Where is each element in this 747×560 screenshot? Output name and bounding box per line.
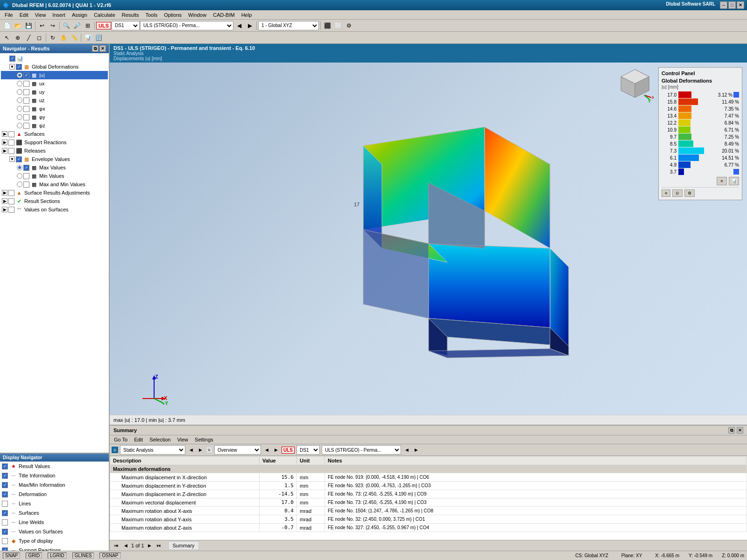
summary-goto[interactable]: Go To (113, 436, 129, 443)
nav-deformation[interactable]: ✓ ─ Deformation (0, 490, 109, 499)
nav-lines[interactable]: ─ Lines (0, 499, 109, 508)
fit-button[interactable]: ⊞ (83, 21, 93, 31)
select-button[interactable]: ↖ (2, 33, 12, 43)
line-button[interactable]: ╱ (23, 33, 34, 43)
tree-check-static[interactable]: ✓ (9, 56, 15, 62)
chk-line-welds[interactable] (2, 519, 8, 525)
values-surfaces-check[interactable] (8, 207, 14, 213)
chk-result-values[interactable]: ✓ (2, 463, 8, 469)
chk-lines[interactable] (2, 501, 8, 507)
tree-global-deformations[interactable]: ▼ ✓ ▦ Global Deformations (1, 63, 108, 71)
tree-surfaces[interactable]: ▶ ▲ Surfaces (1, 130, 108, 138)
adjustments-toggle[interactable]: ▶ (2, 190, 7, 196)
status-lgrid[interactable]: LGRID (48, 553, 67, 559)
check-uy[interactable] (23, 89, 29, 95)
view-combo[interactable]: 1 - Global XYZ (258, 21, 319, 30)
releases-check[interactable] (8, 148, 14, 154)
tree-envelope-values[interactable]: ▼ ✓ ▦ Envelope Values (1, 155, 108, 163)
status-glines[interactable]: GLINES (72, 553, 94, 559)
open-button[interactable]: 📂 (13, 21, 23, 31)
save-button[interactable]: 💾 (23, 21, 34, 31)
values-surfaces-toggle[interactable]: ▶ (2, 207, 7, 212)
chk-title[interactable]: ✓ (2, 473, 8, 479)
check-maxmin[interactable] (23, 182, 29, 188)
radio-min[interactable] (17, 173, 22, 179)
redo-button[interactable]: ↪ (48, 21, 58, 31)
surfaces-check[interactable] (8, 131, 14, 137)
rotate-button[interactable]: ↻ (48, 33, 58, 43)
tree-support-reactions[interactable]: ▶ ⬛ Support Reactions (1, 138, 108, 147)
tree-uz[interactable]: ▩ uz (1, 96, 108, 105)
menu-tools[interactable]: Tools (142, 11, 160, 19)
legend-tab-1[interactable]: ≡ (662, 189, 670, 197)
envelope-toggle[interactable]: ▼ (9, 156, 15, 162)
menu-calculate[interactable]: Calculate (91, 11, 118, 19)
nav-float-button[interactable]: ⧉ (92, 45, 99, 52)
tree-releases[interactable]: ▶ ⬛ Releases (1, 147, 108, 155)
tree-phiz[interactable]: ▩ φz (1, 121, 108, 130)
surfaces-toggle[interactable]: ▶ (2, 131, 7, 137)
radio-uz[interactable] (17, 98, 22, 103)
summary-load-next[interactable]: ▶ (412, 446, 420, 454)
tree-uy[interactable]: ▩ uy (1, 88, 108, 96)
menu-results[interactable]: Results (119, 11, 142, 19)
radio-max[interactable] (17, 165, 22, 170)
page-last-button[interactable]: ⏭ (155, 542, 163, 549)
legend-scale-btn[interactable]: 📊 (729, 177, 739, 185)
undo-button[interactable]: ↩ (37, 21, 47, 31)
nav-values-on-surfaces-disp[interactable]: ✓ ─ Values on Surfaces (0, 527, 109, 536)
tree-max-values[interactable]: ✓ ▩ Max Values (1, 163, 108, 172)
check-min[interactable] (23, 173, 29, 179)
chk-type-display[interactable] (2, 538, 8, 544)
summary-analysis-combo[interactable]: Static Analysis (120, 445, 185, 455)
check-uz[interactable] (23, 98, 29, 104)
measure-button[interactable]: 📏 (69, 33, 79, 43)
tree-surface-adjustments[interactable]: ▶ ▲ Surface Results Adjustments (1, 189, 108, 197)
releases-toggle[interactable]: ▶ (2, 148, 7, 154)
node-button[interactable]: ⊕ (13, 33, 23, 43)
summary-overview-prev[interactable]: ◀ (263, 446, 270, 454)
next-case-button[interactable]: ▶ (245, 21, 255, 31)
summary-edit[interactable]: Edit (133, 436, 144, 443)
summary-overview-combo[interactable]: Overview (214, 445, 261, 455)
close-button[interactable]: ✕ (737, 1, 744, 9)
sections-toggle[interactable]: ▶ (2, 198, 7, 204)
load-case-combo[interactable]: ULS (STR/GEO) - Perma... (140, 21, 233, 30)
nav-support-reactions-disp[interactable]: ✓ ─ Support Reactions (0, 546, 109, 551)
legend-tab-2[interactable]: ⊙ (672, 189, 683, 197)
status-osnap[interactable]: OSNAP (99, 553, 120, 559)
zoom-out-button[interactable]: 🔎 (72, 21, 82, 31)
summary-settings[interactable]: Settings (193, 436, 215, 443)
chk-support-reactions[interactable]: ✓ (2, 547, 8, 551)
summary-load-prev[interactable]: ◀ (403, 446, 410, 454)
summary-load-combo[interactable]: ULS (STR/GEO) - Perma... (322, 445, 401, 455)
nav-line-welds[interactable]: ─ Line Welds (0, 518, 109, 527)
radio-phix[interactable] (17, 106, 22, 112)
summary-next-button[interactable]: ▶ (197, 446, 204, 454)
chk-deformation[interactable]: ✓ (2, 491, 8, 497)
prev-case-button[interactable]: ◀ (234, 21, 244, 31)
nav-result-values[interactable]: ✓ ★ Result Values (0, 462, 109, 471)
menu-options[interactable]: Options (161, 11, 184, 19)
menu-cad-bim[interactable]: CAD-BIM (210, 11, 237, 19)
menu-insert[interactable]: Insert (49, 11, 68, 19)
surface-button[interactable]: ◻ (34, 33, 44, 43)
tree-phiy[interactable]: ▩ φy (1, 113, 108, 121)
show-values-button[interactable]: 🔢 (93, 33, 104, 43)
nav-type-display[interactable]: ◆ Type of display (0, 536, 109, 546)
zoom-in-button[interactable]: 🔍 (61, 21, 71, 31)
pan-button[interactable]: ✋ (58, 33, 69, 43)
viewport-3d[interactable]: 17 (110, 63, 747, 415)
chk-maxmin-info[interactable]: ✓ (2, 482, 8, 488)
nav-close-button[interactable]: ✕ (99, 45, 106, 52)
radio-uy[interactable] (17, 89, 22, 95)
menu-edit[interactable]: Edit (17, 11, 31, 19)
tree-max-min-values[interactable]: ▩ Max and Min Values (1, 180, 108, 189)
deformations-toggle[interactable]: ▼ (9, 64, 15, 70)
view-cube[interactable]: X Y (616, 67, 654, 105)
design-situation-combo[interactable]: DS1 (112, 21, 140, 30)
radio-ux[interactable] (17, 81, 22, 86)
check-ux[interactable] (23, 81, 29, 87)
menu-assign[interactable]: Assign (69, 11, 90, 19)
adjustments-check[interactable] (8, 190, 14, 196)
